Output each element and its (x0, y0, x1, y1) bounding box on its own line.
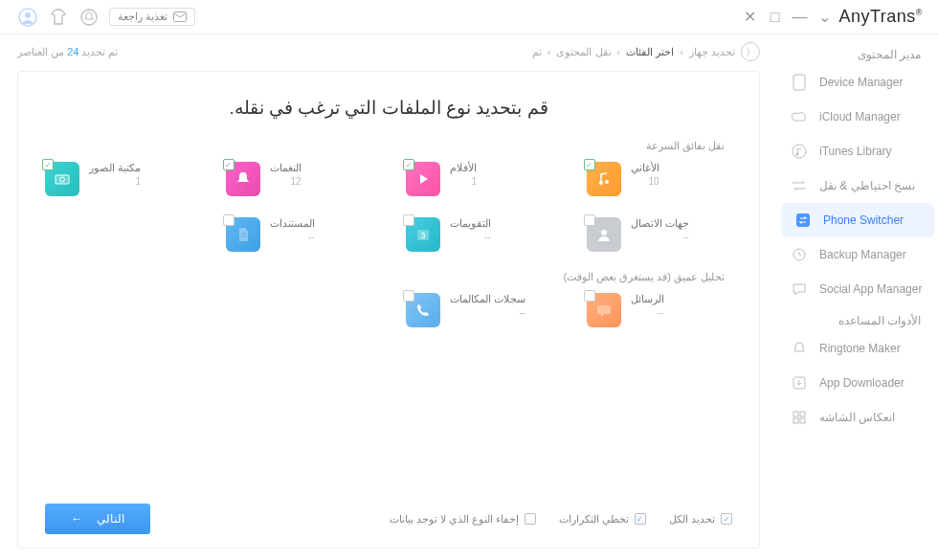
svg-marker-16 (420, 174, 428, 184)
mail-icon (173, 11, 187, 23)
group-deep-label: تحليل عميق (قد يستغرق بعض الوقت) (53, 271, 725, 283)
tile-calllog[interactable]: سجلات المكالمات-- (406, 293, 552, 327)
option-skip-dupes[interactable]: تخطي التكرارات (559, 513, 646, 526)
maximize-icon[interactable]: □ (767, 9, 784, 26)
message-icon (587, 293, 621, 327)
sidebar-item-phone-switcher[interactable]: Phone Switcher (781, 203, 934, 237)
phone-call-icon (406, 293, 440, 327)
svg-point-6 (796, 153, 799, 156)
sidebar-item-device-manager[interactable]: Device Manager (777, 65, 938, 100)
svg-point-15 (605, 180, 609, 184)
tile-songs[interactable]: الأغاني10 ✓ (587, 162, 733, 196)
cloud-icon (791, 108, 808, 125)
option-hide-empty[interactable]: إخفاء النوع الذي لا توجد بيانات (390, 513, 536, 526)
page-title: قم بتحديد نوع الملفات التي ترغب في نقله. (45, 97, 732, 119)
selection-panel: قم بتحديد نوع الملفات التي ترغب في نقله.… (17, 71, 760, 549)
tile-ringtones[interactable]: النغمات12 ✓ (226, 162, 372, 196)
next-button[interactable]: التالي ← (45, 504, 150, 534)
main-content: 〈 تحديد جهاز› اختر الفئات› نقل المحتوى› … (0, 34, 777, 560)
sidebar-item-itunes-library[interactable]: iTunes Library (777, 134, 938, 168)
bell-fill-icon: ✓ (226, 162, 260, 196)
svg-rect-13 (800, 418, 805, 423)
sidebar-section-tools: الأدوات المساعده (777, 306, 938, 331)
tile-calendars[interactable]: التقويمات-- 3 (406, 217, 552, 252)
svg-point-2 (81, 10, 97, 25)
options-row: تحديد الكل تخطي التكرارات إخفاء النوع ال… (390, 513, 732, 526)
option-select-all[interactable]: تحديد الكل (669, 513, 732, 526)
svg-rect-7 (796, 213, 810, 227)
sidebar-item-backup-manager[interactable]: Backup Manager (777, 237, 938, 272)
chevron-down-icon[interactable]: ⌄ (816, 8, 834, 26)
tile-photos[interactable]: مكتبة الصور1 ✓ (45, 162, 191, 196)
contact-icon (587, 217, 621, 252)
svg-point-20 (601, 230, 607, 235)
tile-movies[interactable]: الأفلام1 ✓ (406, 162, 552, 196)
tile-messages[interactable]: الرسائل-- (587, 293, 733, 327)
camera-icon: ✓ (45, 162, 79, 196)
sidebar-item-screen-mirror[interactable]: انعكاس الشاشه (777, 400, 938, 435)
arrow-left-icon: ← (72, 512, 83, 526)
svg-point-14 (599, 181, 603, 185)
grid-icon (791, 409, 808, 426)
app-title: AnyTrans® (834, 7, 929, 27)
shirt-icon[interactable] (48, 7, 69, 28)
svg-point-1 (25, 12, 31, 18)
sidebar-item-social-app-manager[interactable]: Social App Manager (777, 272, 938, 306)
close-icon[interactable]: ✕ (742, 8, 759, 26)
tile-docs[interactable]: المستندات-- (226, 217, 372, 252)
svg-rect-4 (793, 75, 805, 90)
music-icon: ✓ (587, 162, 621, 196)
sidebar: مدير المحتوى Device Manager iCloud Manag… (777, 34, 938, 560)
avatar-icon[interactable] (17, 7, 38, 28)
sidebar-section-content: مدير المحتوى (777, 40, 938, 65)
fast-grid: الأغاني10 ✓ الأفلام1 ✓ النغمات12 ✓ مكتبة… (45, 162, 732, 252)
video-icon: ✓ (406, 162, 440, 196)
switcher-icon (794, 212, 812, 229)
sidebar-item-ringtone-maker[interactable]: Ringtone Maker (777, 331, 938, 366)
svg-rect-17 (56, 175, 69, 184)
download-icon (791, 374, 808, 392)
feedback-button[interactable]: تغذية راجعة (109, 8, 195, 26)
group-fast-label: نقل بفائق السرعة (53, 140, 725, 152)
sidebar-item-backup-transfer[interactable]: نسخ احتياطي & نقل (777, 168, 938, 203)
minimize-icon[interactable]: — (792, 9, 809, 26)
transfer-icon (791, 177, 808, 194)
phone-icon (791, 74, 808, 91)
bell-icon[interactable] (78, 7, 100, 28)
sidebar-item-icloud-manager[interactable]: iCloud Manager (777, 100, 938, 134)
svg-rect-10 (793, 412, 798, 416)
sidebar-item-app-downloader[interactable]: App Downloader (777, 366, 938, 400)
svg-point-5 (793, 145, 806, 158)
clock-icon (791, 246, 808, 263)
music-note-icon (791, 143, 808, 160)
deep-grid: الرسائل-- سجلات المكالمات-- (45, 293, 732, 327)
svg-rect-23 (597, 305, 611, 314)
svg-rect-11 (800, 412, 805, 416)
tile-contacts[interactable]: جهات الاتصال-- (587, 217, 733, 252)
svg-rect-12 (793, 418, 798, 423)
document-icon (226, 217, 260, 252)
selection-status: تم تحديد 24 من العناصر (17, 46, 119, 58)
chat-icon (791, 280, 808, 298)
bell-outline-icon (791, 340, 808, 357)
svg-text:3: 3 (420, 231, 425, 240)
breadcrumb: تحديد جهاز› اختر الفئات› نقل المحتوى› تم (532, 46, 735, 58)
back-button[interactable]: 〈 (741, 42, 760, 61)
calendar-icon: 3 (406, 217, 440, 252)
